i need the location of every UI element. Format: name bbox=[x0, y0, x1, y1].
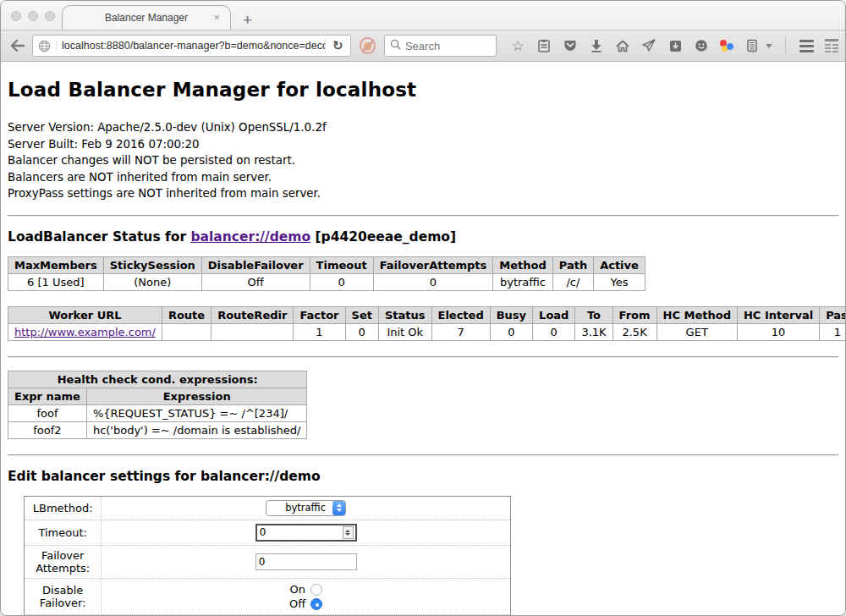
site-identity-globe-icon[interactable] bbox=[33, 40, 57, 52]
col-active: Active bbox=[594, 256, 645, 273]
health-row-foof: foof %{REQUEST_STATUS} =~ /^[234]/ bbox=[8, 404, 307, 421]
edit-balancer-heading: Edit balancer settings for balancer://de… bbox=[8, 469, 838, 484]
container-extension-icon[interactable] bbox=[744, 38, 760, 53]
server-version-line: Server Version: Apache/2.5.0-dev (Unix) … bbox=[8, 119, 838, 136]
col-failoverattempts: FailoverAttempts bbox=[373, 256, 493, 273]
search-input[interactable] bbox=[405, 40, 490, 52]
page-content: Load Balancer Manager for localhost Serv… bbox=[1, 62, 845, 615]
url-bar[interactable]: localhost:8880/balancer-manager?b=demo&n… bbox=[32, 35, 351, 57]
bookmark-star-icon[interactable]: ☆ bbox=[510, 38, 525, 53]
url-text[interactable]: localhost:8880/balancer-manager?b=demo&n… bbox=[57, 40, 325, 52]
grid-tool-icon[interactable] bbox=[825, 39, 838, 52]
downloads-icon[interactable] bbox=[589, 38, 604, 53]
col-elected: Elected bbox=[431, 306, 490, 323]
cell-expression: %{REQUEST_STATUS} =~ /^[234]/ bbox=[86, 404, 307, 421]
chat-smiley-icon[interactable] bbox=[694, 38, 709, 53]
cell-worker-url: http://www.example.com/ bbox=[8, 323, 162, 340]
cell-route bbox=[162, 323, 211, 340]
cell-routeredir bbox=[212, 323, 294, 340]
inherit-note-line: Balancers are NOT inherited from main se… bbox=[8, 169, 838, 186]
col-from: From bbox=[613, 306, 656, 323]
colored-dots-extension-icon[interactable] bbox=[720, 39, 733, 52]
persist-note-line: Balancer changes will NOT be persisted o… bbox=[8, 152, 838, 169]
pocket-icon[interactable] bbox=[563, 38, 578, 53]
cell-to: 3.1K bbox=[575, 323, 613, 340]
worker-url-link[interactable]: http://www.example.com/ bbox=[14, 326, 156, 338]
radio-off[interactable] bbox=[310, 598, 322, 610]
reading-list-icon[interactable] bbox=[536, 38, 552, 53]
radio-off-label: Off bbox=[289, 597, 305, 610]
sticky-session-field: (Use '-' to delete) bbox=[102, 614, 511, 615]
back-button[interactable] bbox=[8, 36, 27, 56]
sticky-session-row: Sticky Session: (Use '-' to delete) bbox=[25, 614, 511, 615]
save-to-device-icon[interactable] bbox=[667, 38, 683, 53]
zoom-window-button[interactable] bbox=[45, 11, 55, 21]
balancer-status-table: MaxMembers StickySession DisableFailover… bbox=[8, 256, 645, 291]
timeout-input-wrap bbox=[255, 524, 357, 542]
status-heading-prefix: LoadBalancer Status for bbox=[8, 229, 190, 245]
col-hc-interval: HC Interval bbox=[737, 306, 819, 323]
reload-icon[interactable]: ↻ bbox=[326, 38, 350, 53]
failover-attempts-input[interactable] bbox=[255, 553, 357, 570]
radio-on-label: On bbox=[289, 583, 305, 596]
lbmethod-label: LBmethod: bbox=[25, 496, 102, 520]
col-hc-method: HC Method bbox=[656, 306, 737, 323]
health-title-row: Health check cond. expressions: bbox=[8, 371, 307, 388]
col-stickysession: StickySession bbox=[103, 256, 201, 273]
col-status: Status bbox=[378, 306, 431, 323]
cell-stickysession: (None) bbox=[103, 273, 201, 290]
col-path: Path bbox=[552, 256, 593, 273]
home-icon[interactable] bbox=[615, 38, 630, 53]
search-bar[interactable] bbox=[384, 35, 497, 57]
disable-failover-label: Disable Failover: bbox=[25, 578, 102, 614]
col-to: To bbox=[575, 306, 613, 323]
number-spinner-icon[interactable] bbox=[343, 526, 354, 539]
balancer-status-row: 6 [1 Used] (None) Off 0 0 bytraffic /c/ … bbox=[8, 273, 645, 290]
balancer-demo-link[interactable]: balancer://demo bbox=[190, 229, 310, 245]
failover-attempts-label: Failover Attempts: bbox=[25, 545, 102, 578]
cell-timeout: 0 bbox=[310, 273, 373, 290]
navigation-toolbar: localhost:8880/balancer-manager?b=demo&n… bbox=[1, 30, 845, 62]
new-tab-button[interactable]: + bbox=[243, 12, 252, 28]
chevron-down-icon[interactable] bbox=[766, 44, 772, 48]
titlebar: Balancer Manager × + bbox=[1, 1, 845, 30]
loadbalancer-status-heading: LoadBalancer Status for balancer://demo … bbox=[8, 229, 838, 245]
lbmethod-select[interactable]: bytraffic bbox=[266, 500, 346, 516]
tab-close-icon[interactable]: × bbox=[213, 11, 220, 24]
close-window-button[interactable] bbox=[11, 11, 21, 21]
health-header-row: Expr name Expression bbox=[8, 388, 307, 404]
tab-title: Balancer Manager bbox=[105, 12, 188, 24]
col-passes: Passes bbox=[820, 306, 845, 323]
col-expr-name: Expr name bbox=[8, 388, 87, 404]
col-maxmembers: MaxMembers bbox=[8, 256, 104, 273]
col-timeout: Timeout bbox=[310, 256, 373, 273]
health-table-title: Health check cond. expressions: bbox=[8, 371, 307, 388]
toolbar-icons: ☆ bbox=[510, 37, 838, 54]
status-heading-suffix: [p4420eeae_demo] bbox=[310, 229, 456, 245]
tab-balancer-manager[interactable]: Balancer Manager × bbox=[62, 5, 231, 30]
menu-hamburger-icon[interactable] bbox=[799, 38, 814, 53]
timeout-label: Timeout: bbox=[25, 520, 102, 545]
toolbar-separator bbox=[785, 37, 786, 54]
content-blocked-icon[interactable] bbox=[360, 37, 376, 54]
cell-factor: 1 bbox=[294, 323, 345, 340]
col-set: Set bbox=[345, 306, 378, 323]
cell-expr-name: foof2 bbox=[8, 421, 87, 438]
send-page-icon[interactable] bbox=[641, 38, 656, 53]
worker-header-row: Worker URL Route RouteRedir Factor Set S… bbox=[8, 306, 846, 323]
minimize-window-button[interactable] bbox=[28, 11, 38, 21]
timeout-input[interactable] bbox=[257, 526, 343, 538]
col-busy: Busy bbox=[490, 306, 532, 323]
lbmethod-field: bytraffic bbox=[102, 496, 511, 520]
cell-busy: 0 bbox=[490, 323, 532, 340]
cell-hc-interval: 10 bbox=[737, 323, 819, 340]
col-worker-url: Worker URL bbox=[8, 306, 162, 323]
worker-row: http://www.example.com/ 1 0 Init Ok 7 0 … bbox=[8, 323, 846, 340]
cell-disablefailover: Off bbox=[201, 273, 310, 290]
browser-window: Balancer Manager × + localhost:8880/bala… bbox=[0, 0, 846, 616]
lbmethod-selected-value: bytraffic bbox=[278, 502, 332, 514]
radio-on[interactable] bbox=[310, 584, 322, 596]
cell-expression: hc('body') =~ /domain is established/ bbox=[86, 421, 307, 438]
health-check-table: Health check cond. expressions: Expr nam… bbox=[8, 371, 307, 439]
lbmethod-row: LBmethod: bytraffic bbox=[25, 496, 511, 520]
